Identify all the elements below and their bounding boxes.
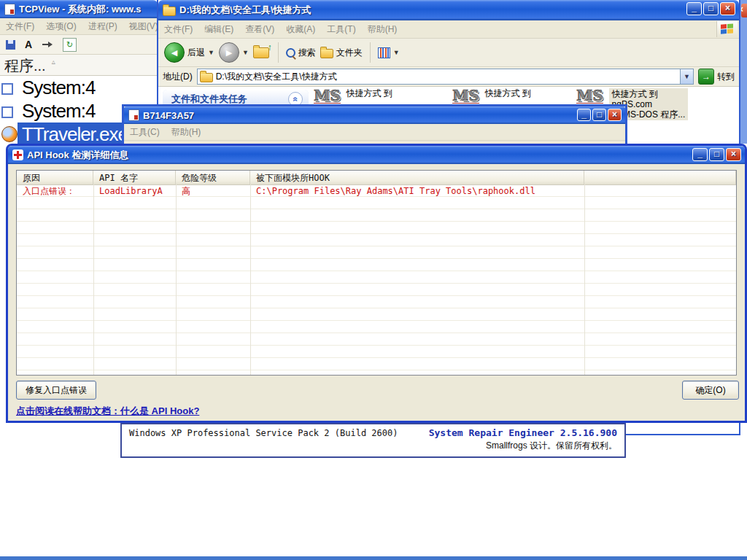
views-button[interactable]: ▼	[378, 47, 400, 58]
explorer-menu-file[interactable]: 文件(F)	[164, 23, 193, 36]
column-separator	[93, 184, 94, 375]
maximize-button[interactable]: □	[703, 2, 719, 15]
up-folder-button[interactable]	[253, 45, 271, 60]
b714-menu-help[interactable]: 帮助(H)	[171, 126, 201, 139]
file-item-shortcut-2[interactable]: MS 快捷方式 到	[452, 88, 531, 105]
column-header-hooked-by[interactable]: 被下面模块所HOOK	[250, 171, 584, 184]
column-separator	[176, 184, 177, 375]
b714-menubar: 工具(C) 帮助(H)	[124, 124, 625, 141]
explorer-title: D:\我的文档\安全工具\快捷方式	[179, 4, 311, 17]
process-name: System:4	[22, 77, 95, 99]
table-header-row: 原因 API 名字 危险等级 被下面模块所HOOK	[17, 171, 736, 185]
background-window-bottom-border	[0, 556, 747, 560]
api-hook-dialog: API Hook 检测详细信息 _ □ × 原因 API 名字 危险等级 被下面…	[6, 144, 747, 423]
tcpview-toolbar: A ↻	[0, 35, 158, 55]
search-button[interactable]: 搜索	[286, 47, 316, 59]
column-separator	[250, 184, 251, 375]
explorer-menu-view[interactable]: 查看(V)	[245, 23, 274, 36]
ok-button[interactable]: 确定(O)	[682, 381, 739, 400]
folders-icon	[320, 49, 333, 58]
address-input[interactable]: D:\我的文档\安全工具\快捷方式 ▼	[197, 69, 694, 85]
address-dropdown-icon[interactable]: ▼	[680, 69, 693, 84]
toolbar-separator	[370, 42, 371, 63]
online-help-link[interactable]: 点击阅读在线帮助文档：什么是 API Hook?	[16, 405, 199, 418]
b714-app-icon	[128, 109, 139, 121]
sreng-cross-icon	[12, 149, 23, 160]
close-button[interactable]: ×	[608, 109, 622, 121]
disconnect-icon[interactable]	[42, 39, 53, 50]
column-header-api-name[interactable]: API 名字	[93, 171, 176, 184]
file-item-shortcut-1[interactable]: MS 快捷方式 到	[314, 88, 392, 105]
column-header-risk-level[interactable]: 危险等级	[176, 171, 250, 184]
font-icon[interactable]: A	[25, 39, 32, 50]
explorer-addressbar: 地址(D) D:\我的文档\安全工具\快捷方式 ▼ → 转到	[158, 67, 739, 87]
forward-icon: ▶	[219, 42, 239, 63]
toolbar-separator	[278, 42, 279, 63]
dialog-title: API Hook 检测详细信息	[27, 149, 128, 162]
process-icon	[1, 83, 13, 95]
minimize-button[interactable]: _	[686, 2, 702, 15]
windows-logo-icon	[721, 23, 734, 35]
views-icon	[378, 47, 390, 58]
ms-dos-icon: MS	[576, 88, 603, 105]
explorer-menu-tools[interactable]: 工具(T)	[327, 23, 355, 36]
process-name: TTraveler.exe	[22, 123, 128, 146]
b714-menu-tools[interactable]: 工具(C)	[130, 126, 160, 139]
app-name-text: System Repair Engineer 2.5.16.900	[429, 427, 617, 438]
folders-label: 文件夹	[336, 47, 363, 59]
tcpview-titlebar[interactable]: TCPView - 系统内部: www.s	[0, 0, 158, 18]
search-icon	[286, 48, 295, 58]
tcpview-title: TCPView - 系统内部: www.s	[19, 3, 142, 16]
column-header-reason[interactable]: 原因	[17, 171, 93, 184]
back-icon: ◀	[164, 42, 185, 63]
go-arrow-icon: →	[698, 69, 714, 85]
tcpview-menu-view[interactable]: 视图(V)	[129, 20, 158, 33]
tcpview-menu-options[interactable]: 选项(O)	[46, 20, 76, 33]
folders-button[interactable]: 文件夹	[320, 47, 363, 59]
dialog-body: 原因 API 名字 危险等级 被下面模块所HOOK 入口点错误： LoadLib…	[8, 164, 745, 421]
tcpview-menu-process[interactable]: 进程(P)	[88, 20, 117, 33]
dialog-titlebar[interactable]: API Hook 检测详细信息 _ □ ×	[8, 146, 745, 164]
windows-logo-box	[716, 21, 738, 37]
explorer-menu-help[interactable]: 帮助(H)	[368, 23, 398, 36]
column-header-empty[interactable]	[584, 171, 736, 184]
close-button[interactable]: ×	[720, 2, 735, 15]
tcpview-menubar: 文件(F) 选项(O) 进程(P) 视图(V)	[0, 18, 158, 35]
save-icon[interactable]	[6, 40, 15, 50]
b714-titlebar[interactable]: B714F3A57 _ □ ×	[124, 106, 625, 124]
back-button[interactable]: ◀ 后退 ▼	[164, 42, 214, 63]
minimize-button[interactable]: _	[692, 148, 708, 161]
close-button[interactable]: ×	[726, 148, 741, 161]
maximize-button[interactable]: □	[709, 148, 724, 161]
fix-entry-point-button[interactable]: 修复入口点错误	[16, 381, 96, 400]
minimize-button[interactable]: _	[577, 109, 591, 121]
refresh-icon[interactable]: ↻	[63, 38, 77, 52]
b714-title: B714F3A57	[143, 110, 194, 121]
back-label: 后退	[187, 47, 205, 59]
tcpview-app-icon	[4, 4, 15, 15]
explorer-titlebar[interactable]: D:\我的文档\安全工具\快捷方式 _ □ ×	[158, 0, 739, 20]
explorer-toolbar: ◀ 后退 ▼ ▶ ▼ 搜索 文件夹 ▼	[158, 39, 739, 67]
forward-button[interactable]: ▶ ▼	[219, 42, 249, 63]
process-icon	[1, 106, 13, 118]
go-button[interactable]: → 转到	[698, 69, 735, 85]
sort-arrow-icon: ▵	[52, 58, 55, 66]
explorer-menu-edit[interactable]: 编辑(E)	[204, 23, 233, 36]
clipped-close-icon: ×	[741, 4, 747, 18]
tcpview-menu-file[interactable]: 文件(F)	[6, 20, 34, 33]
forward-dropdown-icon[interactable]: ▼	[242, 49, 249, 56]
process-name: System:4	[22, 100, 95, 122]
go-label: 转到	[717, 71, 735, 83]
views-dropdown-icon[interactable]: ▼	[393, 49, 400, 56]
explorer-menu-favorites[interactable]: 收藏(A)	[286, 23, 315, 36]
maximize-button[interactable]: □	[592, 109, 606, 121]
back-dropdown-icon[interactable]: ▼	[208, 49, 214, 56]
file-label: 快捷方式 到	[347, 88, 392, 98]
hook-results-table[interactable]: 原因 API 名字 危险等级 被下面模块所HOOK 入口点错误： LoadLib…	[16, 170, 737, 376]
empty-rows-grid	[17, 184, 736, 375]
tcpview-row-system-1[interactable]: System:4	[0, 76, 158, 99]
sreng-info-box: Windows XP Professional Service Pack 2 (…	[120, 423, 626, 458]
ttraveler-globe-icon	[1, 126, 18, 142]
address-value: D:\我的文档\安全工具\快捷方式	[216, 71, 337, 83]
process-column-header[interactable]: 程序... ▵	[0, 55, 158, 76]
